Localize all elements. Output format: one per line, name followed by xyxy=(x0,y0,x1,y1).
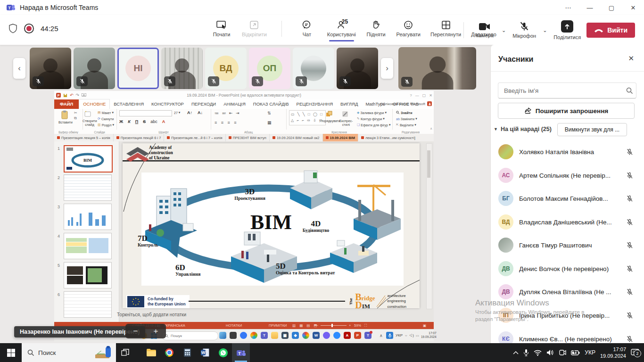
document-tab[interactable]: Презентация ле...й 6 і 7 – копія xyxy=(164,134,225,141)
inner-app-icon[interactable] xyxy=(219,332,226,339)
ppt-tab-design[interactable]: КОНСТРУКТОР xyxy=(148,99,188,109)
text-direction-icon[interactable]: ⇅ xyxy=(267,111,271,115)
mic-muted-icon[interactable] xyxy=(626,172,633,179)
scrollbar-thumb[interactable] xyxy=(427,150,430,178)
ppt-account[interactable]: Обліковий запис Microsoft xyxy=(380,101,432,106)
tray-camera-icon[interactable] xyxy=(559,350,566,355)
inner-app-icon[interactable] xyxy=(250,332,257,339)
participant-row[interactable]: ДВ Дупляк Олена Віталіївна (Не ... xyxy=(491,281,644,302)
taskbar-search-box[interactable]: Поиск xyxy=(22,343,116,362)
shared-content-zoom-controls[interactable]: − + xyxy=(125,324,166,338)
strip-scroll-right[interactable]: › xyxy=(381,58,393,79)
ppt-tab-animations[interactable]: АНІМАЦІЯ xyxy=(220,99,249,109)
reset-button[interactable]: ⟳Скинути xyxy=(98,117,114,121)
participant-row[interactable]: АС Артем Сопільняк (Не перевір... xyxy=(491,165,644,186)
mic-muted-icon[interactable] xyxy=(626,312,633,319)
view-buttons[interactable]: ▥ ▦ ▤ ⬒ xyxy=(292,323,319,328)
slideshow-icon[interactable] xyxy=(82,93,86,97)
window-minimize-icon[interactable]: — xyxy=(579,0,601,15)
paste-icon[interactable] xyxy=(61,110,68,120)
share-screen-start-button[interactable]: Почати xyxy=(211,20,232,37)
italic-button[interactable]: К xyxy=(128,119,131,124)
language-indicator[interactable]: УКРАЇНСЬКА xyxy=(164,323,185,328)
mic-muted-icon[interactable] xyxy=(626,242,633,249)
slide-scrollbar[interactable] xyxy=(426,143,432,309)
camera-button[interactable]: Камера xyxy=(474,23,495,38)
select-button[interactable]: ⇱Виділити▾ xyxy=(396,123,416,127)
inner-language-indicator[interactable]: УКР xyxy=(396,333,403,337)
video-tile[interactable] xyxy=(30,48,71,89)
font-name-box[interactable] xyxy=(119,110,172,116)
replace-button[interactable]: abЗамінити▾ xyxy=(396,117,417,121)
video-tile-active-speaker[interactable]: НІ xyxy=(117,48,159,89)
inner-tray-expand[interactable]: ∧ xyxy=(380,333,383,338)
slide-thumbnail-6[interactable] xyxy=(64,291,112,318)
fit-slide-icon[interactable]: ⛶ xyxy=(364,323,367,328)
inner-clock[interactable]: 17:07 19.09.2024 xyxy=(421,331,437,339)
inner-mic-active-icon[interactable] xyxy=(386,332,393,339)
video-tile[interactable] xyxy=(74,48,115,89)
inner-app-icon-word[interactable]: W xyxy=(313,332,320,339)
columns-icon[interactable]: ▦ xyxy=(267,120,272,125)
inner-app-icon-chrome[interactable] xyxy=(302,332,309,339)
font-size-box[interactable]: 27▾ xyxy=(174,111,180,115)
mic-button[interactable]: Мікрофон xyxy=(512,22,536,39)
inner-app-icon-viber[interactable] xyxy=(323,332,330,339)
inner-app-icon-calculator[interactable]: ▦ xyxy=(281,332,289,339)
status-far-right-icons[interactable]: ▣ xyxy=(423,323,426,328)
mute-all-button[interactable]: Вимкнути звук для ... xyxy=(557,123,627,136)
slide-thumbnail-3[interactable] xyxy=(64,204,112,230)
zoom-level[interactable]: 59% xyxy=(354,323,361,328)
participant-row[interactable]: Холявко Наталія Іванівна xyxy=(491,141,644,162)
task-view-button[interactable] xyxy=(116,343,134,362)
participant-row[interactable]: ІП Ірина Прибитько (Не перевір... xyxy=(491,305,644,326)
raise-hand-button[interactable]: Підняти xyxy=(366,20,387,37)
align-icons[interactable]: ≡ ≡ ≡ ≡ xyxy=(215,120,238,125)
inner-app-icon[interactable] xyxy=(240,332,247,339)
tray-volume-icon[interactable] xyxy=(546,349,554,356)
window-close-icon[interactable]: ✕ xyxy=(622,0,644,15)
video-tile[interactable] xyxy=(161,48,203,89)
shapes-gallery[interactable]: ▭ ╲ ╲ □ ◯ □△ ⌐ ⌐ ⇨ ⇩ ◠ xyxy=(289,110,326,125)
zoom-slider[interactable] xyxy=(321,325,347,326)
grow-font-icon[interactable]: А↑ xyxy=(187,110,192,115)
ribbon-collapse-icon[interactable]: ∧ xyxy=(430,127,432,131)
inner-search-box[interactable]: Пошук xyxy=(162,331,218,340)
tray-wifi-icon[interactable] xyxy=(534,350,542,356)
inner-app-icon-acrobat[interactable]: A xyxy=(344,332,351,339)
zoom-in-icon[interactable]: + xyxy=(349,323,351,328)
tray-battery-icon[interactable] xyxy=(571,350,580,355)
video-tile[interactable] xyxy=(293,48,334,89)
taskbar-app-chrome[interactable] xyxy=(160,343,178,362)
document-tab[interactable]: 19.09.2024 BIM новый ок2 xyxy=(270,134,323,141)
mic-muted-icon[interactable] xyxy=(626,336,633,343)
ppt-maximize-icon[interactable]: ▢ xyxy=(422,93,426,98)
mic-muted-icon[interactable] xyxy=(626,148,633,156)
ppt-tab-view[interactable]: ВИГЛЯД xyxy=(337,99,362,109)
quick-styles-icon[interactable] xyxy=(342,111,348,117)
shape-fill-button[interactable]: ◈Заливка фігури▾ xyxy=(357,111,387,115)
inner-app-icon-folder[interactable] xyxy=(271,332,278,339)
notes-toggle[interactable]: НОТАТКИ xyxy=(226,323,242,328)
redo-icon[interactable]: ↷ xyxy=(76,93,80,98)
mic-muted-icon[interactable] xyxy=(626,195,633,202)
ppt-tab-slideshow[interactable]: ПОКАЗ СЛАЙДІВ xyxy=(249,99,293,109)
save-icon[interactable] xyxy=(63,93,67,98)
ppt-tab-insert[interactable]: ВСТАВЛЕННЯ xyxy=(110,99,148,109)
bold-button[interactable]: Ж xyxy=(119,119,123,124)
paste-button[interactable]: Вставити xyxy=(54,121,77,124)
participant-row[interactable]: БГ Болотов Максим Геннадійов... xyxy=(491,188,644,209)
participant-search-input[interactable] xyxy=(503,87,626,95)
strikethrough-button[interactable]: S xyxy=(143,119,146,124)
mic-muted-icon[interactable] xyxy=(626,288,633,296)
start-button[interactable] xyxy=(0,343,22,362)
search-highlight-graphic[interactable] xyxy=(94,346,113,359)
share-invite-button[interactable]: Поширити запрошення xyxy=(498,103,635,119)
document-tab[interactable]: Презентация лекцій 6 і 7 xyxy=(114,134,165,141)
notes-placeholder[interactable]: Торкніться, щоб додати нотатки xyxy=(117,312,186,317)
zoom-out-icon[interactable]: − xyxy=(316,323,318,328)
react-button[interactable]: Реагувати xyxy=(396,20,421,37)
comments-toggle[interactable]: ПРИМІТКИ xyxy=(269,323,287,328)
shrink-font-icon[interactable]: А↓ xyxy=(198,110,203,115)
taskbar-app-whatsapp[interactable] xyxy=(214,343,232,362)
